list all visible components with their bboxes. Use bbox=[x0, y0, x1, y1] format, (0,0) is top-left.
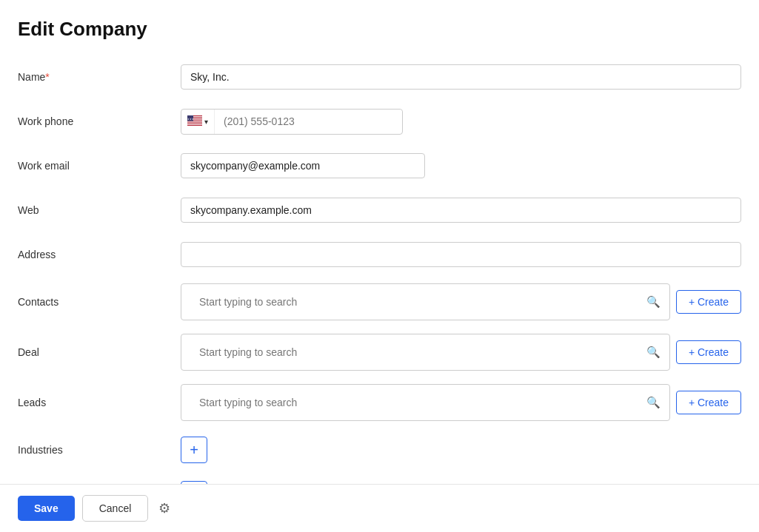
name-input[interactable] bbox=[181, 64, 741, 90]
contacts-create-button[interactable]: + Create bbox=[676, 290, 741, 314]
work-phone-field-wrapper: ★★★ ▾ bbox=[181, 109, 741, 135]
contacts-search-input[interactable] bbox=[190, 290, 646, 314]
deal-search-input[interactable] bbox=[190, 340, 646, 364]
name-label: Name* bbox=[18, 71, 181, 83]
svg-rect-6 bbox=[187, 124, 202, 124]
contacts-row: Contacts 🔍 + Create bbox=[18, 283, 741, 320]
deal-field-wrapper: 🔍 + Create bbox=[181, 334, 741, 371]
svg-rect-4 bbox=[187, 121, 202, 121]
page-title: Edit Company bbox=[18, 18, 741, 41]
industries-label: Industries bbox=[18, 444, 181, 456]
contacts-field-wrapper: 🔍 + Create bbox=[181, 283, 741, 320]
edit-company-page: Edit Company Name* Work phone bbox=[0, 0, 759, 532]
leads-label: Leads bbox=[18, 397, 181, 408]
work-phone-row: Work phone ★★★ bbox=[18, 106, 741, 137]
leads-row: Leads 🔍 + Create bbox=[18, 384, 741, 421]
phone-dropdown-chevron: ▾ bbox=[204, 118, 208, 126]
industries-field-wrapper: + bbox=[181, 437, 741, 463]
web-field-wrapper bbox=[181, 198, 741, 223]
deal-search-icon: 🔍 bbox=[646, 346, 661, 359]
cancel-button[interactable]: Cancel bbox=[82, 495, 149, 522]
work-phone-label: Work phone bbox=[18, 115, 181, 127]
contacts-search-row: 🔍 + Create bbox=[181, 283, 741, 320]
leads-create-button[interactable]: + Create bbox=[676, 391, 741, 414]
phone-flag-button[interactable]: ★★★ ▾ bbox=[181, 110, 215, 134]
svg-rect-5 bbox=[187, 122, 202, 123]
deal-row: Deal 🔍 + Create bbox=[18, 334, 741, 371]
name-field-wrapper bbox=[181, 64, 741, 90]
web-row: Web bbox=[18, 195, 741, 226]
industries-row: Industries + bbox=[18, 434, 741, 465]
deal-create-button[interactable]: + Create bbox=[676, 340, 741, 364]
work-email-row: Work email bbox=[18, 150, 741, 181]
save-button[interactable]: Save bbox=[18, 496, 75, 521]
gear-icon: ⚙ bbox=[158, 501, 170, 516]
leads-search-wrapper: 🔍 bbox=[181, 384, 670, 421]
address-label: Address bbox=[18, 249, 181, 260]
settings-button[interactable]: ⚙ bbox=[156, 497, 173, 519]
web-label: Web bbox=[18, 204, 181, 216]
deal-label: Deal bbox=[18, 346, 181, 358]
contacts-search-icon: 🔍 bbox=[646, 295, 661, 309]
leads-search-icon: 🔍 bbox=[646, 396, 661, 409]
deal-search-row: 🔍 + Create bbox=[181, 334, 741, 371]
contacts-label: Contacts bbox=[18, 296, 181, 308]
phone-input[interactable] bbox=[215, 110, 402, 133]
us-flag-icon: ★★★ bbox=[187, 115, 202, 128]
svg-text:★★★: ★★★ bbox=[187, 117, 194, 120]
contacts-search-wrapper: 🔍 bbox=[181, 283, 670, 320]
form-footer: Save Cancel ⚙ bbox=[0, 484, 759, 532]
leads-field-wrapper: 🔍 + Create bbox=[181, 384, 741, 421]
work-email-input[interactable] bbox=[181, 153, 425, 178]
phone-input-wrapper: ★★★ ▾ bbox=[181, 109, 403, 135]
address-input[interactable] bbox=[181, 242, 741, 267]
work-email-label: Work email bbox=[18, 160, 181, 172]
leads-search-row: 🔍 + Create bbox=[181, 384, 741, 421]
address-row: Address bbox=[18, 239, 741, 270]
work-email-field-wrapper bbox=[181, 153, 741, 178]
name-row: Name* bbox=[18, 61, 741, 92]
web-input[interactable] bbox=[181, 198, 741, 223]
address-field-wrapper bbox=[181, 242, 741, 267]
industries-add-button[interactable]: + bbox=[181, 437, 207, 463]
leads-search-input[interactable] bbox=[190, 391, 646, 414]
deal-search-wrapper: 🔍 bbox=[181, 334, 670, 371]
